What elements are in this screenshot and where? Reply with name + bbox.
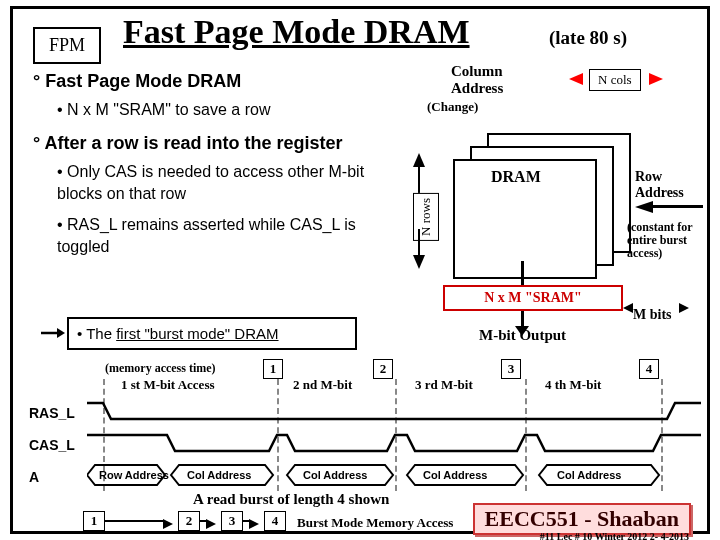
- line: [651, 205, 703, 208]
- col-address-text: Col Address: [423, 469, 487, 481]
- mbits-label: M bits: [633, 307, 672, 323]
- arrow-right-icon: [41, 327, 65, 339]
- row-address-label: RowAddress: [635, 169, 684, 201]
- mbit-output-label: M-bit Output: [479, 327, 566, 344]
- line: [105, 520, 165, 522]
- arrow-right-icon: [249, 519, 259, 529]
- nrows-label: N rows: [413, 193, 439, 241]
- arrow-down-icon: [413, 255, 425, 269]
- fpm-badge: FPM: [33, 27, 101, 64]
- sram-register-box: N x M "SRAM": [443, 285, 623, 311]
- burst-mode-callout: • The first "burst mode" DRAM: [67, 317, 357, 350]
- access-number: 2: [373, 359, 393, 379]
- constant-note: (constant for entire burst access): [627, 221, 707, 261]
- line: [418, 229, 420, 255]
- row-address-text: Row Address: [99, 469, 169, 481]
- memory-access-label: (memory access time): [105, 361, 216, 376]
- arrow-right-icon: [163, 519, 173, 529]
- bullet-item: N x M "SRAM" to save a row: [57, 99, 378, 121]
- burst-caption: A read burst of length 4 shown: [193, 491, 389, 508]
- timing-diagram: (memory access time) 1 2 3 4 1 st M-bit …: [25, 365, 701, 491]
- signal-label: RAS_L: [29, 405, 75, 421]
- access-number: 1: [263, 359, 283, 379]
- bullet-item: Only CAS is needed to access other M-bit…: [57, 161, 378, 204]
- cas-waveform: [87, 431, 701, 457]
- col-address-text: Col Address: [187, 469, 251, 481]
- arrow-right-red-icon: [649, 73, 663, 85]
- arrow-left-icon: [623, 303, 633, 313]
- bullet-heading: After a row is read into the register: [33, 131, 378, 155]
- ras-waveform: [87, 399, 701, 425]
- arrow-up-icon: [413, 153, 425, 167]
- slide-meta: #11 Lec # 10 Winter 2012 2- 4-2013: [540, 531, 689, 540]
- dram-label: DRAM: [491, 168, 541, 186]
- change-label: (Change): [427, 99, 478, 115]
- signal-label: CAS_L: [29, 437, 75, 453]
- arrow-right-icon: [206, 519, 216, 529]
- col-address-text: Col Address: [557, 469, 621, 481]
- arrow-left-icon: [635, 201, 653, 213]
- callout-text-underline: first "burst mode" DRAM: [116, 325, 278, 342]
- bullet-list: Fast Page Mode DRAM N x M "SRAM" to save…: [33, 69, 378, 268]
- dram-diagram: ColumnAddress N cols (Change) N rows DRA…: [391, 63, 701, 353]
- bullet-item: RAS_L remains asserted while CAS_L is to…: [57, 214, 378, 257]
- line: [521, 261, 524, 285]
- step-number: 1: [83, 511, 105, 531]
- step-number: 2: [178, 511, 200, 531]
- addr-waveform: Row Address Col Address Col Address Col …: [87, 461, 701, 489]
- title-era: (late 80 s): [549, 27, 627, 49]
- ncols-label: N cols: [589, 69, 641, 91]
- signal-label: A: [29, 469, 39, 485]
- callout-text: • The: [77, 325, 116, 342]
- arrow-right-icon: [679, 303, 689, 313]
- step-number: 3: [221, 511, 243, 531]
- access-label: 3 rd M-bit: [415, 377, 473, 393]
- access-label: 2 nd M-bit: [293, 377, 352, 393]
- col-address-text: Col Address: [303, 469, 367, 481]
- column-address-label: ColumnAddress: [451, 63, 503, 97]
- access-label: 1 st M-bit Access: [121, 377, 215, 393]
- arrow-left-red-icon: [569, 73, 583, 85]
- svg-marker-1: [57, 328, 65, 338]
- slide-frame: FPM Fast Page Mode DRAM (late 80 s) Fast…: [10, 6, 710, 534]
- access-number: 3: [501, 359, 521, 379]
- access-number: 4: [639, 359, 659, 379]
- burst-mode-label: Burst Mode Memory Access: [297, 515, 453, 531]
- step-number: 4: [264, 511, 286, 531]
- page-title: Fast Page Mode DRAM: [123, 13, 470, 51]
- line: [418, 167, 420, 193]
- access-label: 4 th M-bit: [545, 377, 601, 393]
- bullet-heading: Fast Page Mode DRAM: [33, 69, 378, 93]
